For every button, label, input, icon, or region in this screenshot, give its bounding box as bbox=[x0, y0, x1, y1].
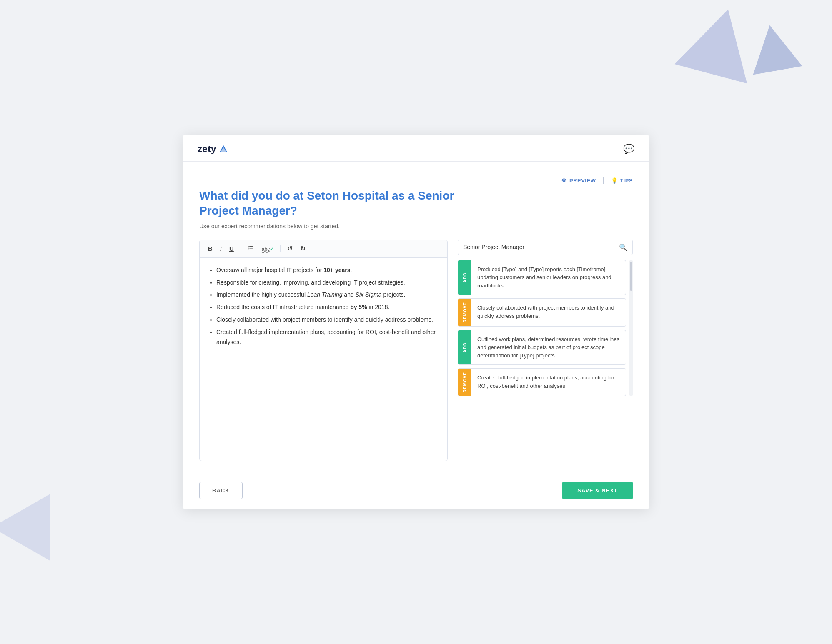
suggestions-scroll-area: ADD Produced [Type] and [Type] reports e… bbox=[458, 260, 628, 397]
editor-toolbar: B I U ab bbox=[200, 240, 447, 258]
remove-label-4: REMOVE bbox=[463, 372, 467, 392]
card-footer: BACK SAVE & NEXT bbox=[183, 473, 649, 509]
header: zety 💬 bbox=[183, 135, 649, 162]
suggestion-text-4: Created full-fledged implementation plan… bbox=[471, 369, 626, 396]
toolbar-divider-2 bbox=[280, 245, 281, 252]
spellcheck-button[interactable]: abc✓ bbox=[260, 245, 275, 252]
add-button-3[interactable]: ADD bbox=[458, 330, 471, 365]
bullet-4: Reduced the costs of IT infrastructure m… bbox=[216, 302, 439, 312]
logo: zety bbox=[198, 144, 228, 155]
svg-point-5 bbox=[248, 246, 248, 247]
page-title: What did you do at Seton Hospital as a S… bbox=[199, 188, 491, 219]
remove-label-2: REMOVE bbox=[463, 302, 467, 322]
svg-point-6 bbox=[248, 247, 248, 248]
two-col-layout: B I U ab bbox=[199, 240, 633, 461]
spellcheck-icon: abc bbox=[262, 246, 270, 252]
chat-icon[interactable]: 💬 bbox=[623, 144, 634, 155]
svg-rect-3 bbox=[249, 248, 253, 249]
search-icon: 🔍 bbox=[619, 244, 627, 251]
undo-button[interactable]: ↺ bbox=[286, 245, 294, 252]
action-divider: | bbox=[602, 177, 604, 184]
remove-button-2[interactable]: REMOVE bbox=[458, 299, 471, 326]
header-right: 💬 bbox=[623, 144, 634, 155]
svg-rect-2 bbox=[249, 246, 253, 247]
card-body: 👁 PREVIEW | 💡 TIPS What did you do at Se… bbox=[183, 162, 649, 473]
bulb-icon: 💡 bbox=[611, 177, 618, 184]
svg-point-7 bbox=[248, 249, 248, 250]
suggestion-item-2: REMOVE Closely collaborated with project… bbox=[458, 298, 626, 326]
suggestion-text-1: Produced [Type] and [Type] reports each … bbox=[471, 260, 626, 295]
logo-icon bbox=[219, 145, 228, 154]
suggestion-item-4: REMOVE Created full-fledged implementati… bbox=[458, 368, 626, 396]
top-actions: 👁 PREVIEW | 💡 TIPS bbox=[199, 177, 633, 184]
back-button[interactable]: BACK bbox=[199, 482, 243, 499]
remove-button-4[interactable]: REMOVE bbox=[458, 369, 471, 396]
tips-button[interactable]: 💡 TIPS bbox=[611, 177, 633, 184]
add-button-1[interactable]: ADD bbox=[458, 260, 471, 295]
search-bar: 🔍 bbox=[458, 240, 633, 255]
bullet-6: Created full-fledged implementation plan… bbox=[216, 327, 439, 347]
suggestion-item-3: ADD Outlined work plans, determined reso… bbox=[458, 330, 626, 365]
suggestions-panel: 🔍 ADD Produced [Type] and [Type] reports… bbox=[458, 240, 633, 461]
suggestion-text-2: Closely collaborated with project member… bbox=[471, 299, 626, 326]
list-icon bbox=[248, 245, 254, 252]
save-next-button[interactable]: SAVE & NEXT bbox=[562, 482, 633, 499]
list-button[interactable] bbox=[246, 244, 256, 253]
svg-rect-4 bbox=[249, 250, 253, 250]
suggestion-text-3: Outlined work plans, determined resource… bbox=[471, 330, 626, 365]
scroll-thumb[interactable] bbox=[630, 262, 632, 291]
search-input[interactable] bbox=[463, 244, 619, 250]
bullet-5: Closely collaborated with project member… bbox=[216, 315, 439, 325]
add-label-3: ADD bbox=[463, 342, 467, 353]
bold-button[interactable]: B bbox=[206, 245, 214, 252]
logo-text: zety bbox=[198, 144, 216, 155]
underline-button[interactable]: U bbox=[228, 245, 236, 252]
redo-button[interactable]: ↻ bbox=[298, 245, 307, 252]
suggestions-wrapper: ADD Produced [Type] and [Type] reports e… bbox=[458, 260, 633, 397]
deco-triangle-left bbox=[0, 494, 50, 561]
eye-icon: 👁 bbox=[561, 177, 567, 184]
undo-icon: ↺ bbox=[287, 245, 293, 252]
editor-panel: B I U ab bbox=[199, 240, 448, 461]
main-card: zety 💬 👁 PREVIEW | 💡 TIPS What did bbox=[183, 135, 649, 509]
page-subtitle: Use our expert recommendations below to … bbox=[199, 223, 633, 230]
bullet-2: Responsible for creating, improving, and… bbox=[216, 278, 439, 288]
scroll-track bbox=[629, 260, 633, 397]
add-label-1: ADD bbox=[463, 272, 467, 283]
deco-triangle-top2 bbox=[745, 21, 802, 75]
bullet-3: Implemented the highly successful Lean T… bbox=[216, 290, 439, 300]
redo-icon: ↻ bbox=[300, 245, 306, 252]
italic-button[interactable]: I bbox=[218, 245, 223, 252]
suggestion-item-1: ADD Produced [Type] and [Type] reports e… bbox=[458, 260, 626, 295]
toolbar-divider-1 bbox=[241, 245, 241, 252]
search-button[interactable]: 🔍 bbox=[619, 243, 627, 251]
editor-content[interactable]: Oversaw all major hospital IT projects f… bbox=[200, 258, 447, 461]
bullet-1: Oversaw all major hospital IT projects f… bbox=[216, 265, 439, 275]
preview-button[interactable]: 👁 PREVIEW bbox=[561, 177, 596, 184]
